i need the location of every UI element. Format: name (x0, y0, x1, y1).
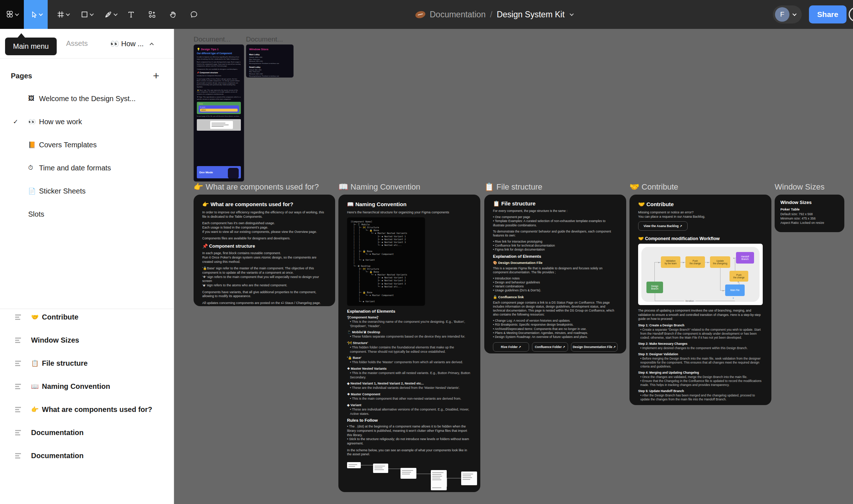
pen-tool-button[interactable] (100, 0, 121, 29)
toolbar: Documentation / Design System Kit F Shar… (0, 0, 853, 29)
thumb-heading: 📌 Component structure (197, 71, 241, 74)
doc-card-contribute[interactable]: 🤝 Contribute Missing component or notice… (629, 195, 771, 405)
page-emoji-icon: 👀 (28, 118, 39, 126)
pages-header: Pages + (0, 68, 174, 84)
design-documentation-file-button[interactable]: Design Documentation File ↗ (571, 342, 618, 352)
dev-mode-banner: Dev Mode (197, 166, 241, 178)
layer-item[interactable]: 🤝 Contribute (0, 305, 174, 329)
confluence-folder-button[interactable]: Confluence Folder ↗ (532, 342, 568, 352)
add-page-button[interactable]: + (153, 70, 159, 81)
text-tool-button[interactable] (121, 0, 142, 29)
frame-icon (56, 10, 65, 19)
chevron-down-icon (66, 12, 70, 16)
page-item[interactable]: ✓ ⏱ Time and date formats (0, 156, 174, 179)
doc-card-what-are-components[interactable]: 👉 What are components used for? In order… (194, 195, 335, 306)
chevron-down-icon (39, 12, 43, 16)
page-item-label: Time and date formats (39, 164, 111, 172)
project-emoji-icon (415, 10, 426, 19)
card-subheading: Explanation of Elements (493, 254, 618, 258)
layer-item[interactable]: Documentation (0, 444, 174, 467)
workflow-step: Step 2: Make Necessary Changes • Impleme… (638, 342, 763, 350)
breadcrumb-project[interactable]: Documentation (430, 10, 486, 19)
section-title[interactable]: 📖 Naming Convention (338, 182, 480, 192)
definition-item: ❖ Master Component • This is the main co… (347, 392, 472, 401)
chevron-down-icon[interactable] (570, 12, 574, 16)
share-button[interactable]: Share (809, 5, 846, 23)
chevron-down-icon (792, 12, 796, 16)
document-thumbnail-window-sizes[interactable]: Window Sizes Main Lobby Default: 1000 x … (246, 44, 294, 78)
page-item-label: Covers Templates (39, 141, 97, 149)
iteration-label: Iteration (684, 300, 696, 302)
section-title[interactable]: Window Sizes (775, 182, 844, 192)
frame-icon (15, 429, 24, 436)
thumb-subtitle: Our different type of Component (197, 52, 241, 55)
layer-item[interactable]: 👉 What are components used for? (0, 398, 174, 421)
breadcrumb-file-name[interactable]: Design System Kit (497, 10, 564, 19)
definition-item: '[Component Name]' • This is the overarc… (347, 316, 472, 328)
page-item[interactable]: ✓ 📙 Covers Templates (0, 133, 174, 156)
move-tool-button[interactable] (24, 0, 48, 29)
tab-current-page[interactable]: 👀 How ... (110, 39, 153, 48)
tooltip-text: Main menu (13, 42, 49, 50)
section-title[interactable]: 📋 File structure (484, 182, 626, 192)
thumb-title: Window Sizes (249, 48, 290, 51)
card-button-row: Rive Folder ↗ Confluence Folder ↗ Design… (493, 342, 618, 352)
main-menu-button[interactable] (0, 0, 24, 29)
rive-folder-button[interactable]: Rive Folder ↗ (493, 342, 529, 352)
layer-emoji-icon: 📖 (31, 383, 42, 390)
definition-item: 📱 Mobile/🖥 Desktop • These folders separ… (347, 330, 472, 339)
layer-item[interactable]: Documentation (0, 421, 174, 444)
page-item-label: Welcome to the Design Syst... (39, 95, 136, 103)
workflow-step: Step 4: Merging and Updating Changelog •… (638, 371, 763, 387)
workflow-step: Step 3: Designer Validation • Before mer… (638, 352, 763, 369)
frame-tool-button[interactable] (53, 0, 73, 29)
section-title[interactable]: 🤝 Contribute (629, 182, 771, 192)
document-thumbnail-design-tips[interactable]: 💡 Design Tips 1 Our different type of Co… (194, 44, 244, 182)
chevron-down-icon (113, 12, 117, 16)
card-subheading: Rules to Follow (347, 418, 472, 422)
layer-item-label: Naming Convention (42, 382, 110, 391)
card-subheading: 📌 Component structure (202, 243, 326, 249)
card-subheading: 🔒 Confluence link (493, 295, 618, 299)
pages-title: Pages (11, 72, 32, 80)
account-menu[interactable]: F (773, 5, 802, 23)
doc-card-file-structure[interactable]: 📋 File structure For every component, th… (484, 195, 626, 353)
breadcrumb-separator: / (490, 9, 493, 19)
hand-tool-button[interactable] (163, 0, 183, 29)
shape-tool-button[interactable] (77, 0, 97, 29)
comment-tool-button[interactable] (183, 0, 204, 29)
pages-list: ✓ 🖼 Welcome to the Design Syst... ✓ 👀 Ho… (0, 87, 174, 226)
page-emoji-icon: 📄 (28, 187, 39, 195)
definition-item: ◆ Nested Variant 1, Nested Variant 2, Ne… (347, 382, 472, 390)
page-item[interactable]: ✓ 👀 How we work (0, 110, 174, 133)
thumbnail-label[interactable]: Document... (246, 35, 283, 43)
section-window-sizes: Window Sizes Window Sizes Poker Table De… (775, 182, 844, 232)
figma-logo-icon (5, 10, 14, 19)
section-title[interactable]: 👉 What are components used for? (194, 182, 335, 192)
workflow-step: Step 5: Update Handoff Branch • After th… (638, 389, 763, 401)
page-item[interactable]: ✓ 📄 Sticker Sheets (0, 179, 174, 203)
actions-tool-button[interactable] (142, 0, 163, 29)
page-item[interactable]: ✓ Slots (0, 203, 174, 226)
frame-icon (15, 383, 24, 390)
frame-icon (15, 406, 24, 413)
component-structure-illustration: Context ❖ variant ◆ base (197, 102, 241, 114)
layer-item[interactable]: Window Sizes (0, 329, 174, 352)
canvas[interactable]: Document... Document... 💡 Design Tips 1 … (174, 29, 853, 504)
thumbnail-label[interactable]: Document... (194, 35, 230, 43)
view-asana-backlog-button[interactable]: View the Asana Backlog ↗ (638, 221, 688, 231)
wf-node-push-change-2: Push the change (729, 271, 748, 282)
card-title: 🤝 Contribute (638, 201, 763, 208)
tab-assets[interactable]: Assets (66, 39, 88, 48)
page-emoji-icon: ⏱ (28, 164, 39, 171)
chevron-up-icon (150, 43, 153, 47)
card-title: Window Sizes (780, 200, 839, 205)
page-item[interactable]: ✓ 🖼 Welcome to the Design Syst... (0, 87, 174, 110)
layer-item[interactable]: 📖 Naming Convention (0, 375, 174, 398)
move-cursor-icon (29, 10, 38, 19)
doc-card-naming-convention[interactable]: 📖 Naming Convention Here's the hierarchi… (338, 195, 480, 492)
wf-node-design-branch: Design Branch (646, 282, 663, 293)
doc-card-window-sizes[interactable]: Window Sizes Poker Table Default size: 7… (775, 195, 844, 232)
layer-item[interactable]: 📋 File structure (0, 352, 174, 375)
definition-item: '🔒 Base' • This folder holds the 'Master… (347, 356, 472, 365)
